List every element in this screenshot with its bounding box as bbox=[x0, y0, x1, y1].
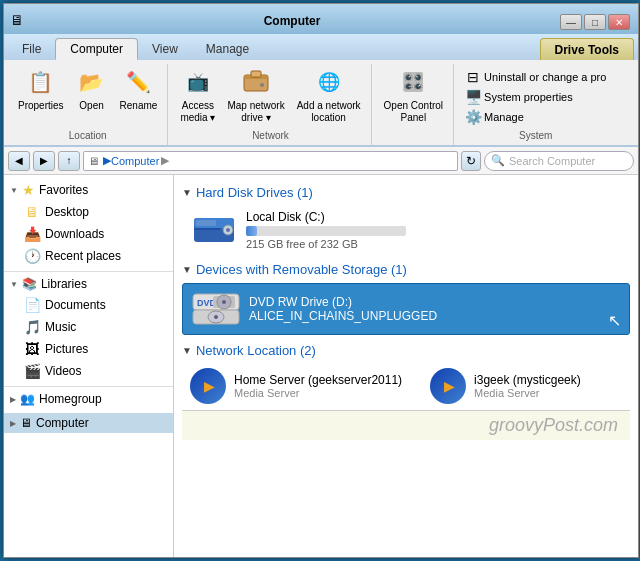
refresh-button[interactable]: ↻ bbox=[461, 151, 481, 171]
sidebar-recent-label: Recent places bbox=[45, 249, 121, 263]
sidebar-section-homegroup: ▶ 👥 Homegroup bbox=[4, 389, 173, 409]
sidebar-computer-header[interactable]: ▶ 🖥 Computer bbox=[4, 413, 173, 433]
tab-view[interactable]: View bbox=[138, 38, 192, 60]
dvd-drive-item[interactable]: DVD DVD RW Drive (D:) ALICE_IN_CHAINS_UN… bbox=[182, 283, 630, 335]
sidebar-item-desktop[interactable]: 🖥 Desktop bbox=[4, 201, 173, 223]
ribbon-group-location: 📋 Properties 📂 Open ✏️ Rename Location bbox=[8, 64, 168, 145]
computer-expand-icon: ▶ bbox=[10, 419, 16, 428]
uninstall-button[interactable]: ⊟ Uninstall or change a pro bbox=[462, 68, 609, 86]
network-group-label: Network bbox=[176, 128, 364, 141]
system-group-label: System bbox=[462, 128, 609, 141]
map-network-drive-button[interactable]: Map networkdrive ▾ bbox=[223, 64, 288, 126]
access-media-icon: 📺 bbox=[182, 66, 214, 98]
up-button[interactable]: ↑ bbox=[58, 151, 80, 171]
home-server-details: Home Server (geekserver2011) Media Serve… bbox=[234, 373, 402, 399]
dvd-drive-label: ALICE_IN_CHAINS_UNPLUGGED bbox=[249, 309, 600, 323]
local-disk-bar-bg bbox=[246, 226, 406, 236]
tab-drive-tools[interactable]: Drive Tools bbox=[540, 38, 634, 60]
sidebar-section-computer: ▶ 🖥 Computer bbox=[4, 413, 173, 433]
tab-file[interactable]: File bbox=[8, 38, 55, 60]
forward-button[interactable]: ▶ bbox=[33, 151, 55, 171]
main-content: ▼ ★ Favorites 🖥 Desktop 📥 Downloads 🕐 Re… bbox=[4, 175, 638, 557]
dvd-drive-details: DVD RW Drive (D:) ALICE_IN_CHAINS_UNPLUG… bbox=[249, 295, 600, 323]
favorites-expand-icon: ▼ bbox=[10, 186, 18, 195]
removable-section-title: Devices with Removable Storage (1) bbox=[196, 262, 407, 277]
properties-button[interactable]: 📋 Properties bbox=[14, 64, 68, 114]
window-controls: — □ ✕ bbox=[560, 14, 630, 34]
svg-point-3 bbox=[260, 83, 264, 87]
sidebar-libraries-header[interactable]: ▼ 📚 Libraries bbox=[4, 274, 173, 294]
svg-point-17 bbox=[214, 315, 218, 319]
videos-icon: 🎬 bbox=[24, 363, 40, 379]
file-pane: ▼ Hard Disk Drives (1) Local Disk (C:) bbox=[174, 175, 638, 557]
network-item-i3geek[interactable]: i3geek (mysticgeek) Media Server bbox=[422, 364, 589, 408]
manage-button[interactable]: ⚙️ Manage bbox=[462, 108, 609, 126]
properties-label: Properties bbox=[18, 100, 64, 112]
tab-strip: File Computer View Manage Drive Tools bbox=[4, 34, 638, 60]
system-properties-button[interactable]: 🖥️ System properties bbox=[462, 88, 609, 106]
sidebar-item-downloads[interactable]: 📥 Downloads bbox=[4, 223, 173, 245]
ribbon-network-buttons: 📺 Accessmedia ▾ Map networkdrive ▾ bbox=[176, 64, 364, 128]
back-button[interactable]: ◀ bbox=[8, 151, 30, 171]
rename-button[interactable]: ✏️ Rename bbox=[116, 64, 162, 114]
svg-rect-2 bbox=[251, 71, 261, 77]
address-computer: Computer bbox=[111, 155, 159, 167]
rename-label: Rename bbox=[120, 100, 158, 112]
maximize-button[interactable]: □ bbox=[584, 14, 606, 30]
properties-icon: 📋 bbox=[25, 66, 57, 98]
i3geek-details: i3geek (mysticgeek) Media Server bbox=[474, 373, 581, 399]
add-network-location-button[interactable]: 🌐 Add a networklocation bbox=[293, 64, 365, 126]
local-disk-name: Local Disk (C:) bbox=[246, 210, 622, 224]
sidebar-item-recent[interactable]: 🕐 Recent places bbox=[4, 245, 173, 267]
sidebar-section-libraries: ▼ 📚 Libraries 📄 Documents 🎵 Music 🖼 Pict… bbox=[4, 274, 173, 382]
i3geek-name: i3geek (mysticgeek) bbox=[474, 373, 581, 387]
map-drive-label: Map networkdrive ▾ bbox=[227, 100, 284, 124]
search-icon: 🔍 bbox=[491, 154, 505, 167]
open-label: Open bbox=[79, 100, 103, 112]
title-bar: 🖥 Computer — □ ✕ bbox=[4, 4, 638, 34]
control-panel-label: Open ControlPanel bbox=[384, 100, 443, 124]
sidebar-item-documents[interactable]: 📄 Documents bbox=[4, 294, 173, 316]
sidebar-favorites-header[interactable]: ▼ ★ Favorites bbox=[4, 179, 173, 201]
recent-places-icon: 🕐 bbox=[24, 248, 40, 264]
libraries-icon: 📚 bbox=[22, 277, 37, 291]
address-box[interactable]: 🖥 ▶ Computer ▶ bbox=[83, 151, 458, 171]
access-media-button[interactable]: 📺 Accessmedia ▾ bbox=[176, 64, 219, 126]
tab-manage[interactable]: Manage bbox=[192, 38, 263, 60]
cursor-arrow: ↖ bbox=[608, 311, 621, 330]
svg-point-8 bbox=[226, 228, 230, 232]
sidebar-desktop-label: Desktop bbox=[45, 205, 89, 219]
close-button[interactable]: ✕ bbox=[608, 14, 630, 30]
search-box[interactable]: 🔍 Search Computer bbox=[484, 151, 634, 171]
address-path-arrow: ▶ bbox=[161, 154, 169, 167]
local-disk-icon bbox=[190, 210, 238, 250]
svg-rect-6 bbox=[196, 220, 216, 226]
footer-text: groovyPost.com bbox=[489, 415, 618, 435]
favorites-star-icon: ★ bbox=[22, 182, 35, 198]
sidebar-section-favorites: ▼ ★ Favorites 🖥 Desktop 📥 Downloads 🕐 Re… bbox=[4, 179, 173, 267]
minimize-button[interactable]: — bbox=[560, 14, 582, 30]
downloads-icon: 📥 bbox=[24, 226, 40, 242]
open-button[interactable]: 📂 Open bbox=[72, 64, 112, 114]
music-icon: 🎵 bbox=[24, 319, 40, 335]
sidebar-homegroup-header[interactable]: ▶ 👥 Homegroup bbox=[4, 389, 173, 409]
tab-computer[interactable]: Computer bbox=[55, 38, 138, 60]
sidebar-item-videos[interactable]: 🎬 Videos bbox=[4, 360, 173, 382]
local-disk-item[interactable]: Local Disk (C:) 215 GB free of 232 GB bbox=[182, 206, 630, 254]
control-panel-button[interactable]: 🎛️ Open ControlPanel bbox=[380, 64, 447, 126]
sidebar-pictures-label: Pictures bbox=[45, 342, 88, 356]
uninstall-icon: ⊟ bbox=[465, 69, 481, 85]
open-icon: 📂 bbox=[76, 66, 108, 98]
network-item-home-server[interactable]: Home Server (geekserver2011) Media Serve… bbox=[182, 364, 410, 408]
address-path: ▶ bbox=[103, 154, 111, 167]
pictures-icon: 🖼 bbox=[24, 341, 40, 357]
network-section-header: ▼ Network Location (2) bbox=[182, 337, 630, 362]
sidebar-item-music[interactable]: 🎵 Music bbox=[4, 316, 173, 338]
network-section-title: Network Location (2) bbox=[196, 343, 316, 358]
ribbon-cp-buttons: 🎛️ Open ControlPanel bbox=[380, 64, 447, 139]
hdd-expand-icon: ▼ bbox=[182, 187, 192, 198]
sidebar-item-pictures[interactable]: 🖼 Pictures bbox=[4, 338, 173, 360]
dvd-drive-icon: DVD bbox=[191, 288, 241, 330]
home-server-icon bbox=[190, 368, 226, 404]
manage-label: Manage bbox=[484, 111, 524, 123]
